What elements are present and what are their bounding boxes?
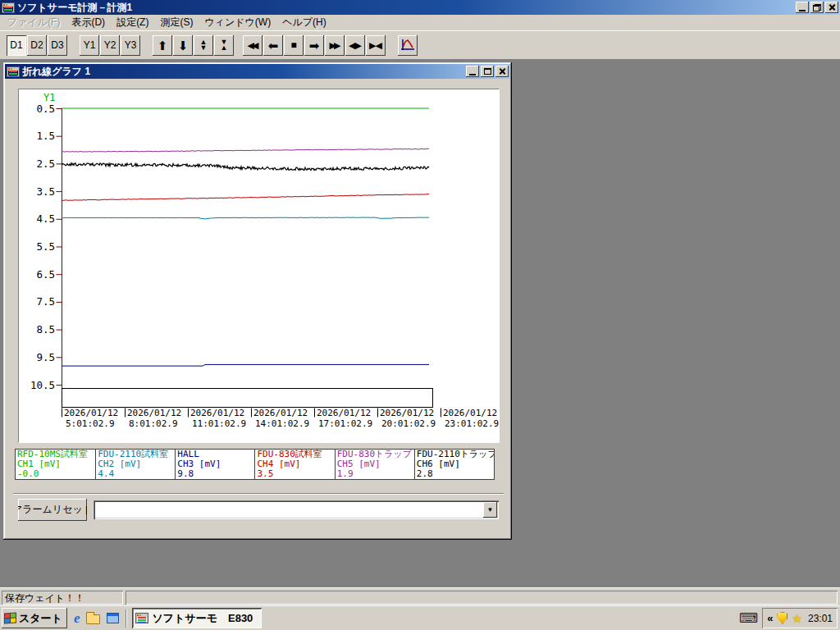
svg-text:8:01:02.9: 8:01:02.9 <box>129 418 178 429</box>
folder-icon[interactable] <box>86 614 100 624</box>
svg-text:2026/01/12: 2026/01/12 <box>317 408 371 418</box>
minimize-icon <box>469 74 476 75</box>
step-back-button[interactable]: ⬅ <box>263 35 283 56</box>
compress-vertical-button[interactable]: ▼▲ <box>214 35 234 56</box>
legend-cell-ch2: FDU-2110試料室CH2 [mV]4.4 <box>95 450 175 479</box>
windows-logo-icon <box>4 612 16 623</box>
status-message: 保存ウェイト！！ <box>2 591 123 605</box>
quick-launch: e <box>74 612 120 625</box>
desktop-window-icon[interactable] <box>107 613 119 623</box>
restore-button[interactable] <box>810 2 824 13</box>
svg-text:3.5: 3.5 <box>36 185 55 198</box>
svg-text:14:01:02.9: 14:01:02.9 <box>255 418 309 429</box>
alarm-reset-button[interactable]: アラームリセット <box>18 499 87 521</box>
svg-text:8.5: 8.5 <box>36 323 55 336</box>
y2-button[interactable]: Y2 <box>100 35 120 56</box>
close-button[interactable] <box>825 2 838 13</box>
rewind-button[interactable]: ◀◀ <box>243 35 262 56</box>
menu-window[interactable]: ウィンドウ(W) <box>199 14 276 31</box>
alarm-combo[interactable]: ▼ <box>94 500 499 519</box>
legend-cell-ch1: RFD-10MS試料室CH1 [mV]-0.0 <box>16 450 95 479</box>
graph-settings-button[interactable] <box>398 35 418 56</box>
graph-plot: Y10.51.52.53.54.55.56.57.58.59.510.52026… <box>18 89 500 443</box>
star-icon[interactable]: ★ <box>792 613 802 624</box>
graph-close-button[interactable] <box>495 66 509 77</box>
series-ch6 <box>62 163 429 171</box>
menu-view[interactable]: 表示(D) <box>66 14 111 31</box>
svg-text:2026/01/12: 2026/01/12 <box>380 408 434 418</box>
d2-button[interactable]: D2 <box>27 35 47 56</box>
svg-text:5.5: 5.5 <box>36 240 55 253</box>
menu-file[interactable]: ファイル(F) <box>2 14 66 31</box>
svg-text:11:01:02.9: 11:01:02.9 <box>192 418 246 429</box>
svg-text:5:01:02.9: 5:01:02.9 <box>66 418 115 429</box>
graph-window-content: Y10.51.52.53.54.55.56.57.58.59.510.52026… <box>5 79 510 538</box>
app-icon <box>2 2 15 13</box>
keyboard-icon[interactable]: ⌨ <box>739 612 758 625</box>
graph-maximize-button[interactable] <box>481 66 494 77</box>
compress-horizontal-button[interactable]: ▶◀ <box>366 35 386 56</box>
minimize-button[interactable] <box>796 2 809 13</box>
fast-forward-icon: ▶▶ <box>331 41 339 50</box>
svg-text:4.5: 4.5 <box>36 212 55 225</box>
y3-button[interactable]: Y3 <box>121 35 140 56</box>
svg-text:23:01:02.9: 23:01:02.9 <box>445 418 499 429</box>
security-shield-icon[interactable] <box>777 612 788 624</box>
svg-text:17:01:02.9: 17:01:02.9 <box>318 418 372 429</box>
compress-horizontal-icon: ▶◀ <box>370 41 381 50</box>
compress-vertical-icon: ▼▲ <box>221 39 228 51</box>
app-icon <box>135 613 148 623</box>
stop-button[interactable]: ■ <box>284 35 304 56</box>
start-button[interactable]: スタート <box>2 608 67 628</box>
svg-text:2026/01/12: 2026/01/12 <box>190 408 244 418</box>
d1-button[interactable]: D1 <box>7 35 26 56</box>
series-ch4 <box>62 194 429 201</box>
internet-explorer-icon[interactable]: e <box>74 612 80 625</box>
expand-vertical-icon: ▲▼ <box>200 39 208 51</box>
svg-text:0.5: 0.5 <box>36 103 55 115</box>
status-bar: 保存ウェイト！！ <box>0 587 840 605</box>
desktop: ソフトサーモ計測－計測1 ファイル(F) 表示(D) 設定(Z) 測定(S) ウ… <box>0 0 840 630</box>
legend-cell-ch6: FDU-2110トラップCH6 [mV]2.8 <box>414 450 494 479</box>
taskbar-app-button[interactable]: ソフトサーモ E830 <box>132 608 262 628</box>
scale-up-button[interactable]: ⬆ <box>153 35 172 56</box>
close-icon <box>499 68 506 75</box>
y1-button[interactable]: Y1 <box>80 35 99 56</box>
series-ch5 <box>62 148 429 152</box>
minimize-icon <box>799 10 806 11</box>
graph-window-titlebar: 折れ線グラフ 1 <box>5 64 510 79</box>
alarm-combo-value <box>96 503 481 517</box>
expand-vertical-button[interactable]: ▲▼ <box>194 35 213 56</box>
legend-cell-ch5: FDU-830トラップCH5 [mV]1.9 <box>335 450 414 479</box>
menu-settings[interactable]: 設定(Z) <box>111 14 154 31</box>
graph-minimize-button[interactable] <box>466 66 479 77</box>
svg-text:7.5: 7.5 <box>36 295 55 308</box>
scale-down-button[interactable]: ⬇ <box>173 35 193 56</box>
svg-text:6.5: 6.5 <box>36 268 55 281</box>
combo-dropdown-button[interactable]: ▼ <box>483 502 497 518</box>
step-forward-button[interactable]: ➡ <box>304 35 324 56</box>
main-titlebar: ソフトサーモ計測－計測1 <box>0 0 840 15</box>
expand-horizontal-button[interactable]: ◀▶ <box>345 35 365 56</box>
tray-clock[interactable]: 23:01 <box>808 613 833 624</box>
series-ch3 <box>62 364 429 366</box>
taskbar-app-label: ソフトサーモ E830 <box>152 611 253 626</box>
menu-help[interactable]: ヘルプ(H) <box>276 14 332 31</box>
up-arrow-icon: ⬆ <box>158 39 168 52</box>
stop-icon: ■ <box>290 40 296 50</box>
fast-forward-button[interactable]: ▶▶ <box>325 35 345 56</box>
maximize-icon <box>484 68 491 75</box>
tray-panel: « ★ 23:01 <box>762 608 838 628</box>
series-ch2 <box>62 217 429 219</box>
rewind-icon: ◀◀ <box>249 41 257 50</box>
d3-button[interactable]: D3 <box>48 35 67 56</box>
main-window-title: ソフトサーモ計測－計測1 <box>17 1 796 15</box>
legend-cell-ch3: HALLCH3 [mV]9.8 <box>175 450 254 479</box>
svg-text:2026/01/12: 2026/01/12 <box>127 408 181 418</box>
svg-text:2026/01/12: 2026/01/12 <box>253 408 308 418</box>
svg-text:2026/01/12: 2026/01/12 <box>64 408 118 418</box>
left-arrow-icon: ⬅ <box>268 39 279 52</box>
system-tray: ⌨ « ★ 23:01 <box>739 608 840 628</box>
menu-measure[interactable]: 測定(S) <box>154 14 199 31</box>
tray-expand-icon[interactable]: « <box>767 612 773 624</box>
